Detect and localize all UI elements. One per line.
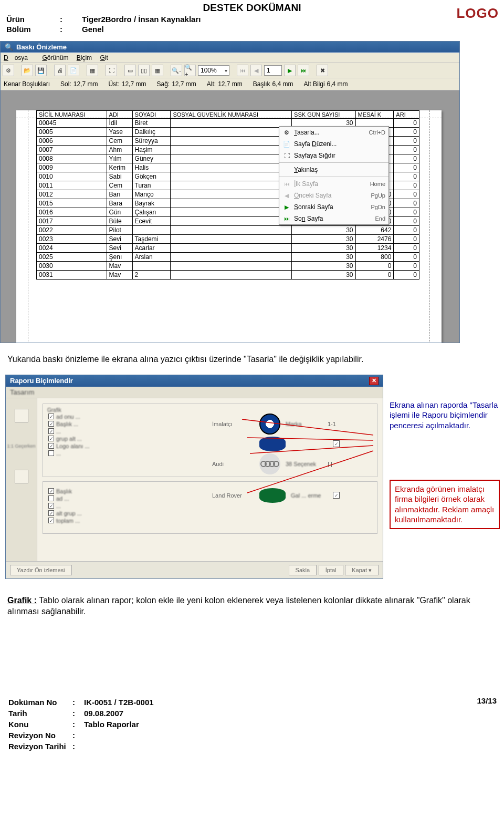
tool-button[interactable] <box>15 409 28 422</box>
close-icon[interactable]: ✖ <box>317 65 328 76</box>
designer-titlebar: Raporu Biçimlendir ✕ <box>6 375 383 387</box>
tarih-label: Tarih <box>8 708 71 718</box>
window-titlebar: 🔍 Baskı Önizleme <box>1 42 459 53</box>
margin-header-value: 6,4 mm <box>272 80 293 88</box>
margin-bottom-label: Alt: <box>207 80 216 88</box>
margin-right-value: 12,7 mm <box>172 80 196 88</box>
ctx-next-page[interactable]: ▶ Sonraki Sayfa PgDn <box>279 201 388 213</box>
margin-footer-value: 6,4 mm <box>327 80 348 88</box>
designer-footer-button[interactable]: Yazdır Ön izlemesi <box>10 565 72 575</box>
ford-logo <box>259 437 286 451</box>
zoomout-icon[interactable]: 🔍- <box>171 65 182 76</box>
close-button[interactable]: ✕ <box>369 377 379 385</box>
cancel-button[interactable]: İptal <box>319 565 343 575</box>
page-number: 13/13 <box>477 696 497 705</box>
ctx-zoom-in[interactable]: Yakınlaş <box>279 164 388 175</box>
ctx-last-page[interactable]: ⏭ Son Sayfa End <box>279 213 388 224</box>
konu-label: Konu <box>8 719 71 729</box>
report-designer-window: Raporu Biçimlendir ✕ Tasarım 1:1 Geçerke… <box>5 375 383 579</box>
save-icon[interactable]: 💾 <box>35 65 47 76</box>
fitpage-icon: ⛶ <box>282 151 291 160</box>
tarih-value: 09.08.2007 <box>84 708 154 718</box>
preview-canvas: SİCİL NUMARASIADISOYADISOSYAL GÜVENLİK N… <box>1 90 459 343</box>
konu-value: Tablo Raporlar <box>84 719 154 729</box>
prev-page-icon: ◀ <box>282 191 291 200</box>
fitpage-icon[interactable]: ⛶ <box>106 65 117 76</box>
save-button[interactable]: Sakla <box>289 565 317 575</box>
designer-tabs: Tasarım <box>6 387 383 398</box>
multipage-icon[interactable]: ▦ <box>152 65 163 76</box>
zoom-combo[interactable]: 100% <box>198 65 229 76</box>
margin-top-label: Üst: <box>108 80 119 88</box>
red-callout: Ekranda görünen imalatçı firma bilgileri… <box>390 480 500 529</box>
grid-icon[interactable]: ▦ <box>87 65 98 76</box>
open-icon[interactable]: 📂 <box>22 65 33 76</box>
table-row: 0030Mav3000 <box>37 262 419 271</box>
menu-go[interactable]: Git <box>100 54 108 61</box>
pagesetup-icon[interactable]: 📄 <box>68 65 79 76</box>
page-footer: 13/13 Doküman No:IK-0051 / T2B-0001 Tari… <box>0 623 504 761</box>
ctx-first-page: ⏮ İlk Sayfa Home <box>279 178 388 190</box>
bmw-logo <box>259 414 280 435</box>
col-header: ADI <box>107 111 132 119</box>
menu-format[interactable]: Biçim <box>77 54 92 61</box>
table-row: 0024SeviAcarlar3012340 <box>37 244 419 253</box>
first-page-icon: ⏮ <box>282 180 291 188</box>
designer-footer: Yazdır Ön izlemesi Sakla İptal Kapat ▾ <box>6 561 383 578</box>
rev-no-value <box>84 730 154 740</box>
prev-page-icon[interactable]: ◀ <box>250 65 262 76</box>
table-row: 0023SeviTaşdemi3024760 <box>37 235 419 244</box>
context-menu: ⚙ Tasarla... Ctrl+D 📄 Sayfa Düzeni... ⛶ … <box>279 126 389 225</box>
preview-page: SİCİL NUMARASIADISOYADISOSYAL GÜVENLİK N… <box>16 110 442 343</box>
zoomin-icon[interactable]: 🔍+ <box>184 65 196 76</box>
tool-button[interactable] <box>15 470 28 483</box>
ctx-prev-page: ◀ Önceki Sayfa PgUp <box>279 190 388 201</box>
margin-header-label: Başlık <box>253 80 270 88</box>
paragraph-1: Yukarıda baskı önizleme ile ekrana alına… <box>0 343 504 370</box>
landrover-logo <box>259 488 286 503</box>
designer-toolpalette: 1:1 Geçerken <box>6 398 37 561</box>
last-page-icon: ⏭ <box>282 214 291 223</box>
next-page-icon: ▶ <box>282 203 291 211</box>
ctx-fitpage[interactable]: ⛶ Sayfaya Sığdır <box>279 150 388 161</box>
page-header: DESTEK DOKÜMANI LOGO Ürün : Tiger2Bordro… <box>0 0 504 38</box>
col-header: SOSYAL GÜVENLİK NUMARASI <box>171 111 292 119</box>
ctx-pagesetup[interactable]: 📄 Sayfa Düzeni... <box>279 138 388 150</box>
blue-callout: Ekrana alınan raporda "Tasarla işlemi il… <box>390 400 500 431</box>
menubar: Dosya Görünüm Biçim Git <box>1 53 459 63</box>
col-header: SİCİL NUMARASI <box>37 111 107 119</box>
product-label: Ürün <box>6 15 59 24</box>
margin-left-value: 12,7 mm <box>74 80 98 88</box>
last-page-icon[interactable]: ⏭ <box>298 65 309 76</box>
paragraph-grafik: Grafik : Tablo olarak alınan rapor; kolo… <box>0 579 504 623</box>
menu-view[interactable]: Görünüm <box>42 54 68 61</box>
design-icon[interactable]: ⚙ <box>3 65 14 76</box>
first-page-icon[interactable]: ⏮ <box>237 65 248 76</box>
print-preview-window: 🔍 Baskı Önizleme Dosya Görünüm Biçim Git… <box>0 41 460 343</box>
singlepage-icon[interactable]: ▭ <box>124 65 136 76</box>
window-icon: 🔍 <box>5 43 13 51</box>
doc-title: DESTEK DOKÜMANI <box>5 2 499 14</box>
logo-text: LOGO <box>456 5 499 22</box>
designer-tab[interactable]: Tasarım <box>10 388 34 396</box>
grafik-label: Grafik : <box>7 596 37 605</box>
twopage-icon[interactable]: ▯▯ <box>138 65 150 76</box>
ctx-design-shortcut: Ctrl+D <box>369 129 385 136</box>
page-input[interactable]: 1 <box>264 65 282 76</box>
table-row: 0022Pilot306420 <box>37 226 419 235</box>
col-header: SSK GÜN SAYISI <box>292 111 355 119</box>
designer-section: Raporu Biçimlendir ✕ Tasarım 1:1 Geçerke… <box>0 375 504 579</box>
designer-canvas: Grafik ✓ad onu ... ✓Başlık ... ✓... ✓gru… <box>37 398 383 561</box>
margin-bottom-value: 12,7 mm <box>218 80 243 88</box>
print-icon[interactable]: 🖨 <box>54 65 66 76</box>
margins-caption: Kenar Boşlukları <box>4 80 50 88</box>
toolbar: ⚙ 📂 💾 🖨 📄 ▦ ⛶ ▭ ▯▯ ▦ 🔍- 🔍+ 100% ⏮ ◀ 1 ▶ … <box>1 63 459 78</box>
close-button[interactable]: Kapat ▾ <box>345 565 379 575</box>
next-page-icon[interactable]: ▶ <box>284 65 296 76</box>
ctx-design[interactable]: ⚙ Tasarla... Ctrl+D <box>279 127 388 138</box>
margin-right-label: Sağ: <box>156 80 170 88</box>
menu-file[interactable]: Dosya <box>4 54 34 61</box>
dokuman-no-value: IK-0051 / T2B-0001 <box>84 697 154 707</box>
grafik-text: Tablo olarak alınan rapor; kolon ekle il… <box>7 596 470 616</box>
rev-no-label: Revizyon No <box>8 730 71 740</box>
